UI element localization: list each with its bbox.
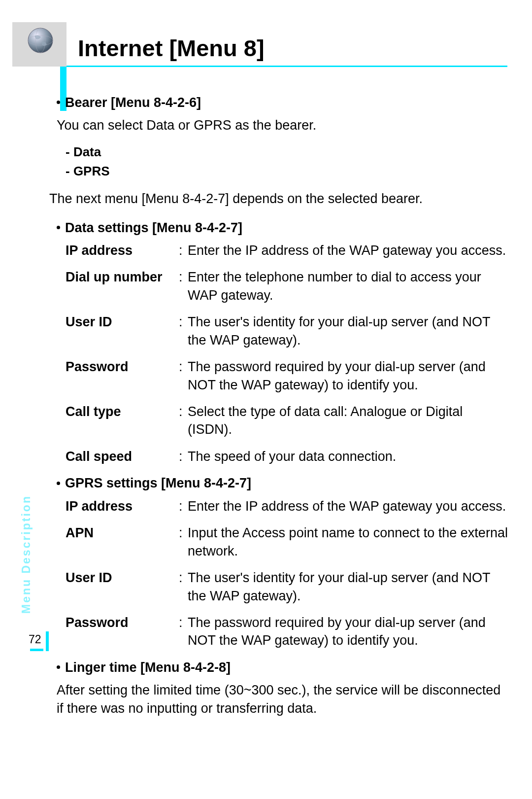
term: Dial up number [66,268,179,286]
colon: : [179,524,188,542]
term: Call type [66,403,179,420]
bearer-option-data: - Data [66,143,510,161]
bearer-after-text: The next menu [Menu 8-4-2-7] depends on … [49,190,510,208]
table-row: Call type : Select the type of data call… [66,403,510,439]
term: User ID [66,569,179,587]
bearer-option-gprs: - GPRS [66,163,510,180]
table-row: Password : The password required by your… [66,614,510,650]
desc: Input the Access point name to connect t… [188,524,510,560]
data-settings-table: IP address : Enter the IP address of the… [66,242,510,465]
gprs-settings-table: IP address : Enter the IP address of the… [66,497,510,650]
linger-heading: Linger time [Menu 8-4-2-8] [57,659,510,676]
term: Call speed [66,448,179,465]
data-settings-heading-text: Data settings [Menu 8-4-2-7] [65,220,242,235]
desc: The speed of your data connection. [188,448,510,465]
desc: The user's identity for your dial-up ser… [188,569,510,605]
table-row: Dial up number : Enter the telephone num… [66,268,510,304]
desc: Select the type of data call: Analogue o… [188,403,510,439]
gprs-settings-heading: GPRS settings [Menu 8-4-2-7] [57,474,510,492]
term: Password [66,358,179,376]
bearer-options: - Data - GPRS [66,143,510,180]
colon: : [179,569,188,587]
bearer-desc: You can select Data or GPRS as the beare… [57,116,510,134]
table-row: Call speed : The speed of your data conn… [66,448,510,465]
desc: The password required by your dial-up se… [188,358,510,394]
colon: : [179,403,188,420]
bearer-heading-text: Bearer [Menu 8-4-2-6] [65,95,201,110]
table-row: APN : Input the Access point name to con… [66,524,510,560]
table-row: User ID : The user's identity for your d… [66,313,510,349]
table-row: User ID : The user's identity for your d… [66,569,510,605]
table-row: IP address : Enter the IP address of the… [66,242,510,259]
colon: : [179,242,188,259]
linger-desc: After setting the limited time (30~300 s… [57,681,510,717]
colon: : [179,358,188,376]
colon: : [179,313,188,331]
title-underline [66,66,507,67]
gprs-settings-heading-text: GPRS settings [Menu 8-4-2-7] [65,476,251,490]
page-title: Internet [Menu 8] [78,35,265,62]
table-row: IP address : Enter the IP address of the… [66,497,510,515]
term: APN [66,524,179,542]
content-body: Bearer [Menu 8-4-2-6] You can select Dat… [57,94,510,726]
term: IP address [66,497,179,515]
bearer-heading: Bearer [Menu 8-4-2-6] [57,94,510,111]
colon: : [179,614,188,631]
desc: Enter the telephone number to dial to ac… [188,268,510,304]
page-number: 72 [29,633,41,646]
colon: : [179,497,188,515]
desc: The user's identity for your dial-up ser… [188,313,510,349]
side-section-label: Menu Description [20,471,33,614]
colon: : [179,448,188,465]
footer-cyan-tick [46,631,49,651]
linger-heading-text: Linger time [Menu 8-4-2-8] [65,660,231,675]
desc: The password required by your dial-up se… [188,614,510,650]
data-settings-heading: Data settings [Menu 8-4-2-7] [57,219,510,237]
globe-icon [27,27,54,54]
table-row: Password : The password required by your… [66,358,510,394]
svg-point-0 [28,28,53,53]
colon: : [179,268,188,286]
footer-cyan-underline [30,649,43,651]
term: IP address [66,242,179,259]
term: User ID [66,313,179,331]
desc: Enter the IP address of the WAP gateway … [188,497,510,515]
desc: Enter the IP address of the WAP gateway … [188,242,510,259]
term: Password [66,614,179,631]
